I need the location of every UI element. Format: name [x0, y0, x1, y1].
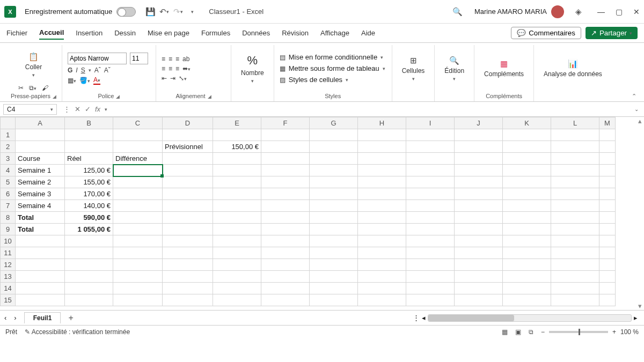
- tab-revision[interactable]: Révision: [282, 27, 309, 39]
- cells-button[interactable]: ⊞Cellules▾: [398, 54, 429, 84]
- sheet-options-icon[interactable]: ⋮: [413, 314, 420, 322]
- row-header-8[interactable]: 8: [1, 212, 16, 224]
- font-dialog-icon[interactable]: ◢: [116, 94, 120, 99]
- cell-styles-button[interactable]: ▨Styles de cellules▾: [280, 76, 386, 84]
- col-header-M[interactable]: M: [599, 117, 616, 129]
- col-header-E[interactable]: E: [213, 117, 261, 129]
- zoom-in-button[interactable]: +: [612, 328, 616, 336]
- tab-insertion[interactable]: Insertion: [76, 27, 103, 39]
- row-header-14[interactable]: 14: [1, 283, 16, 294]
- cell-B5[interactable]: 155,00 €: [65, 176, 113, 188]
- borders-icon[interactable]: ▦▾: [68, 77, 76, 84]
- row-header-12[interactable]: 12: [1, 259, 16, 271]
- fill-handle[interactable]: [160, 174, 164, 178]
- wrap-text-icon[interactable]: ab: [182, 55, 189, 63]
- minimize-icon[interactable]: —: [597, 8, 605, 16]
- tab-accueil[interactable]: Accueil: [39, 26, 64, 40]
- font-name-select[interactable]: [68, 53, 127, 64]
- bold-button[interactable]: G: [68, 67, 72, 74]
- clipboard-dialog-icon[interactable]: ◢: [53, 94, 56, 99]
- cell-A5[interactable]: Semaine 2: [16, 176, 65, 188]
- row-header-2[interactable]: 2: [1, 141, 16, 153]
- tab-affichage[interactable]: Affichage: [320, 27, 349, 39]
- cell-A6[interactable]: Semaine 3: [16, 188, 65, 200]
- comments-button[interactable]: 💬 Commentaires: [511, 27, 581, 39]
- hscroll-right-icon[interactable]: ▸: [634, 314, 638, 322]
- addins-button[interactable]: ▦Compléments: [480, 57, 528, 80]
- enter-formula-icon[interactable]: ✓: [85, 105, 91, 113]
- zoom-out-button[interactable]: −: [541, 328, 545, 336]
- col-header-K[interactable]: K: [503, 117, 551, 129]
- cell-D2[interactable]: Prévisionnel: [163, 141, 213, 153]
- close-icon[interactable]: ✕: [633, 8, 640, 16]
- format-painter-icon[interactable]: 🖌: [42, 84, 48, 92]
- cell-B9[interactable]: 1 055,00 €: [65, 224, 113, 235]
- increase-font-icon[interactable]: Aˆ: [94, 67, 101, 74]
- row-header-4[interactable]: 4: [1, 165, 16, 176]
- align-bottom-icon[interactable]: ≡: [175, 55, 179, 63]
- sheet-nav-next-icon[interactable]: ›: [14, 314, 16, 322]
- cell-B3[interactable]: Réel: [65, 153, 113, 165]
- redo-icon[interactable]: ↷▾: [171, 5, 185, 19]
- align-right-icon[interactable]: ≡: [175, 65, 179, 72]
- row-header-6[interactable]: 6: [1, 188, 16, 200]
- font-color-icon[interactable]: A▾: [93, 76, 100, 85]
- name-box[interactable]: C4▾: [3, 104, 57, 115]
- align-left-icon[interactable]: ≡: [162, 65, 165, 72]
- row-header-10[interactable]: 10: [1, 235, 16, 247]
- cell-A7[interactable]: Semaine 4: [16, 200, 65, 212]
- copy-icon[interactable]: ⧉▾: [29, 84, 36, 92]
- diamond-icon[interactable]: ◈: [572, 5, 586, 19]
- undo-icon[interactable]: ↶▾: [157, 5, 171, 19]
- cancel-formula-icon[interactable]: ✕: [75, 105, 80, 113]
- tab-dessin[interactable]: Dessin: [114, 27, 136, 39]
- decrease-font-icon[interactable]: Aˇ: [104, 67, 111, 74]
- row-header-1[interactable]: 1: [1, 129, 16, 141]
- view-page-break-icon[interactable]: ⧉: [529, 328, 533, 336]
- tab-formules[interactable]: Formules: [201, 27, 230, 39]
- italic-button[interactable]: I: [76, 67, 77, 74]
- col-header-C[interactable]: C: [113, 117, 163, 129]
- col-header-I[interactable]: I: [406, 117, 455, 129]
- orientation-icon[interactable]: ⤡▾: [179, 75, 187, 82]
- decrease-indent-icon[interactable]: ⇤: [162, 75, 167, 82]
- share-button[interactable]: ↗ Partager ▾: [586, 27, 638, 39]
- formula-input[interactable]: [111, 104, 634, 114]
- row-header-3[interactable]: 3: [1, 153, 16, 165]
- col-header-D[interactable]: D: [163, 117, 213, 129]
- cell-A8[interactable]: Total: [16, 212, 65, 224]
- add-sheet-button[interactable]: +: [68, 313, 73, 323]
- align-middle-icon[interactable]: ≡: [169, 55, 172, 63]
- alignment-dialog-icon[interactable]: ◢: [208, 94, 211, 99]
- namebox-more-icon[interactable]: ⋮: [63, 105, 70, 113]
- autosave-toggle[interactable]: [116, 7, 136, 17]
- maximize-icon[interactable]: ▢: [616, 8, 623, 16]
- tab-fichier[interactable]: Fichier: [6, 27, 27, 39]
- tab-aide[interactable]: Aide: [361, 27, 375, 39]
- increase-indent-icon[interactable]: ⇥: [170, 75, 175, 82]
- zoom-level[interactable]: 100 %: [620, 328, 639, 336]
- fx-icon[interactable]: fx: [95, 105, 100, 113]
- row-header-11[interactable]: 11: [1, 247, 16, 259]
- expand-formula-bar-icon[interactable]: ⌄: [634, 106, 639, 112]
- tab-mise-en-page[interactable]: Mise en page: [148, 27, 189, 39]
- sheet-tab-feuil1[interactable]: Feuil1: [24, 312, 61, 323]
- cell-A4[interactable]: Semaine 1: [16, 165, 65, 176]
- cell-A9[interactable]: Total: [16, 224, 65, 235]
- cell-B4[interactable]: 125,00 €: [65, 165, 113, 176]
- row-header-13[interactable]: 13: [1, 271, 16, 283]
- select-all-corner[interactable]: [1, 117, 16, 129]
- align-center-icon[interactable]: ≡: [169, 65, 172, 72]
- save-icon[interactable]: 💾: [143, 5, 157, 19]
- row-header-7[interactable]: 7: [1, 200, 16, 212]
- zoom-slider[interactable]: [549, 331, 608, 333]
- cell-B7[interactable]: 140,00 €: [65, 200, 113, 212]
- sheet-nav-prev-icon[interactable]: ‹: [4, 314, 6, 322]
- vertical-scrollbar[interactable]: ▴▾: [635, 117, 644, 310]
- cell-B8[interactable]: 590,00 €: [65, 212, 113, 224]
- qat-customize-icon[interactable]: ▾: [185, 5, 199, 19]
- cell-A3[interactable]: Course: [16, 153, 65, 165]
- col-header-J[interactable]: J: [455, 117, 503, 129]
- conditional-formatting-button[interactable]: ▤Mise en forme conditionnelle▾: [280, 53, 386, 61]
- fill-color-icon[interactable]: 🪣▾: [79, 77, 90, 84]
